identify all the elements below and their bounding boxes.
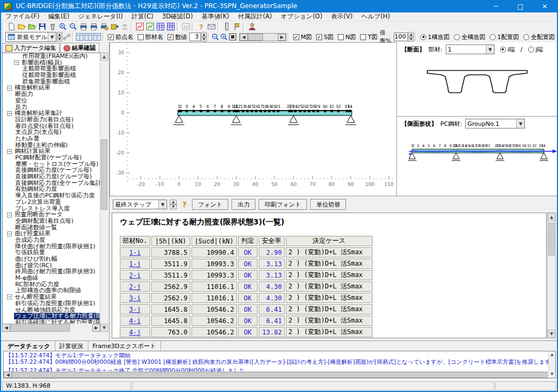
help-icon[interactable]: ? [196, 22, 206, 31]
scroll-left-icon[interactable]: ◀ [4, 372, 12, 378]
left-tab-0[interactable]: 入力データ編集 [2, 43, 60, 53]
results-vertical-scrollbar[interactable]: ▲ ▼ [547, 213, 556, 338]
print-setup-icon[interactable] [99, 22, 109, 31]
open-model-icon[interactable] [16, 22, 27, 31]
zoom-out-icon[interactable] [68, 22, 78, 31]
view-radio-1[interactable]: 全構造図 [454, 33, 485, 41]
window-split-icon[interactable] [93, 33, 101, 42]
menu-4[interactable]: 3D確認(D) [158, 12, 197, 21]
new-file-icon[interactable] [6, 22, 16, 31]
member-link-cell[interactable]: 2-j [120, 281, 150, 292]
section-flag-icon[interactable] [232, 22, 242, 31]
member-link[interactable]: 1-i [129, 249, 141, 256]
results-button-0[interactable]: フォント [192, 199, 228, 210]
fit-view-icon[interactable] [228, 33, 237, 42]
menu-9[interactable]: ヘルプ(H) [357, 12, 394, 21]
menu-8[interactable]: 表示(V) [326, 12, 357, 21]
member-link-cell[interactable]: 1-j [120, 259, 150, 269]
press-disabled-icon[interactable] [119, 22, 130, 31]
tree-item[interactable]: M-φ曲線 [3, 275, 107, 281]
scroll-down-icon[interactable]: ▼ [100, 324, 108, 332]
menu-7[interactable]: オプション(O) [277, 12, 327, 21]
delete-icon[interactable] [47, 22, 57, 31]
member-link-cell[interactable]: 1-i [120, 247, 150, 258]
minimize-button[interactable]: ─ [484, 0, 508, 12]
view-radio-3[interactable]: 全配置図 [523, 33, 555, 41]
diagram-check-0[interactable]: ✓M図 [293, 33, 312, 41]
member-link-cell[interactable]: 3-i [120, 293, 150, 303]
member-link-cell[interactable]: 2-i [120, 270, 150, 280]
view-check-1[interactable]: 部材名 [138, 33, 163, 41]
member-link-cell[interactable]: 3-j [120, 304, 150, 314]
help-icon[interactable]: ? [182, 200, 187, 209]
tree-item[interactable]: 合成応力度 [3, 237, 107, 243]
menu-6[interactable]: 付属設計(A) [234, 12, 277, 21]
maximize-button[interactable]: □ [508, 0, 533, 12]
diagram-check-3[interactable]: T図 [360, 33, 377, 41]
tree-item[interactable]: プレ2次算出荷重 [3, 199, 107, 205]
view-check-0[interactable]: ✓節点名 [108, 33, 133, 41]
diagram-check-1[interactable]: ✓S図 [316, 33, 333, 41]
scroll-up-icon[interactable]: ▲ [548, 213, 555, 221]
log-tab-2[interactable]: Frame3Dエクスポート [88, 341, 161, 351]
print-icon[interactable] [78, 22, 88, 31]
scale-input[interactable]: 100 [394, 33, 408, 41]
menu-0[interactable]: ファイル(F) [1, 12, 44, 21]
log-vertical-scrollbar[interactable]: ▲▼ [548, 351, 555, 378]
tree-item[interactable]: 従載荷荷重影響面積 [3, 72, 107, 79]
tree-vertical-scrollbar[interactable]: ▲ ▼ [100, 53, 108, 332]
tree-item[interactable]: 変位 [3, 98, 107, 104]
member-link[interactable]: 2-i [129, 272, 141, 279]
tree-item[interactable]: 直後鋼材応力度(グループ毎) [3, 173, 107, 180]
collapse-icon[interactable]: − [7, 232, 12, 236]
scale-spinner[interactable]: ▲▼ [408, 32, 413, 42]
decimal-spinner[interactable]: ▲▼ [201, 32, 206, 42]
view-3d-disabled-icon[interactable]: 3D [181, 22, 191, 31]
zoom-in-icon[interactable] [57, 22, 68, 31]
tree-item[interactable]: 斜引張応力度照査(限界状態1) [3, 300, 107, 307]
scroll-thumb[interactable] [248, 34, 263, 41]
step-spinner[interactable]: ▲▼ [170, 200, 177, 209]
window-single-icon[interactable] [75, 33, 84, 42]
model-spinner[interactable]: ▲▼ [57, 32, 62, 42]
scroll-right-icon[interactable]: ▶ [278, 34, 286, 41]
member-link[interactable]: 3-i [129, 294, 141, 302]
window-grid-icon[interactable] [84, 33, 93, 42]
menu-1[interactable]: 編集(E) [44, 12, 74, 21]
member-link-cell[interactable]: 4-j [120, 327, 150, 337]
pan-scrollbar[interactable]: ◀▶ [239, 33, 286, 41]
tree-item[interactable]: 設計断面力(着目点毎) [3, 117, 107, 123]
collapse-icon[interactable]: − [7, 294, 12, 299]
structure-diagram-canvas[interactable]: -20-1001020304050607080901001103020100-1… [110, 42, 397, 196]
close-button[interactable]: ✕ [533, 0, 557, 12]
tree-item[interactable]: 作用荷重(FRAME)(面内) [3, 53, 107, 60]
collapse-icon[interactable]: − [7, 86, 12, 91]
view-radio-0[interactable]: 1構造図 [420, 33, 450, 41]
collapse-icon[interactable]: − [7, 149, 12, 154]
tree-item[interactable]: 曲げひび割れ幅 [3, 256, 107, 262]
open-result-icon[interactable] [27, 22, 37, 31]
member-link[interactable]: 4-i [129, 317, 141, 325]
member-select[interactable]: 1 ▼ [446, 44, 495, 54]
scroll-right-icon[interactable]: ▶ [92, 324, 100, 332]
member-link[interactable]: 3-j [129, 306, 141, 313]
left-tab-1[interactable]: 結果確認 [60, 43, 99, 53]
menu-3[interactable]: 計算(C) [127, 12, 158, 21]
scroll-down-icon[interactable]: ▼ [548, 330, 555, 338]
scroll-up-icon[interactable]: ▲ [100, 53, 108, 61]
pc-steel-group-select[interactable]: GroupNo.1 ▼ [465, 119, 525, 128]
scroll-thumb[interactable] [12, 372, 548, 378]
license-user-icon[interactable] [247, 22, 257, 31]
view-radio-2[interactable]: 1配置図 [490, 33, 519, 41]
table-grid-1-icon[interactable] [155, 22, 165, 31]
tree-horizontal-scrollbar[interactable]: ◀ ▶ [2, 324, 100, 332]
scroll-thumb[interactable] [10, 324, 70, 332]
link-nodes-icon[interactable] [62, 33, 71, 42]
unit-ruler-icon[interactable] [221, 22, 232, 31]
end-j-radio[interactable]: j端 [528, 46, 543, 54]
log-tab-0[interactable]: データチェック [3, 341, 55, 351]
tree-item[interactable]: 全鋼材配置(着目点毎) [3, 218, 107, 224]
zoom-out-icon[interactable]: − [211, 33, 220, 42]
log-horizontal-scrollbar[interactable]: ◀ [4, 371, 548, 378]
results-button-1[interactable]: 出力 [232, 199, 255, 210]
